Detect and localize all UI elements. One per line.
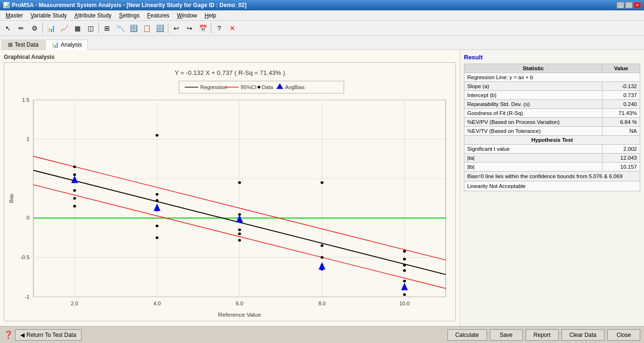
- svg-point-56: [238, 239, 241, 242]
- svg-text:Regression: Regression: [200, 84, 227, 90]
- svg-point-54: [238, 229, 241, 231]
- svg-point-7: [257, 86, 260, 89]
- svg-point-43: [73, 205, 76, 208]
- menu-settings[interactable]: Settings: [116, 11, 143, 20]
- menu-window[interactable]: Window: [173, 11, 201, 20]
- title-bar: 📊 ProMSA - Measurement System Analysis -…: [0, 0, 644, 10]
- toolbar-btn-back[interactable]: ↩: [170, 22, 182, 34]
- toolbar-btn-chart5[interactable]: 📉: [114, 22, 126, 34]
- table-row: Significant t value2.002: [464, 145, 640, 154]
- results-table: Statistic Value Regression Line: y = ax …: [464, 64, 640, 191]
- tab-test-data[interactable]: ⊞ Test Data: [2, 40, 45, 49]
- svg-text:-1: -1: [25, 294, 29, 299]
- svg-text:0: 0: [26, 215, 29, 220]
- toolbar-btn-chart2[interactable]: 📈: [58, 22, 70, 34]
- svg-point-65: [403, 250, 406, 253]
- menu-attribute-study[interactable]: Attribute Study: [71, 11, 116, 20]
- save-button[interactable]: Save: [490, 329, 523, 341]
- table-row: %EV/TV (Based on Tolerance)NA: [464, 127, 640, 136]
- svg-text:8.0: 8.0: [318, 301, 326, 306]
- svg-point-52: [238, 181, 241, 184]
- toolbar-btn-help[interactable]: ?: [213, 22, 225, 34]
- table-row: Regression Line: y = ax + b: [464, 73, 640, 82]
- window-title: ProMSA - Measurement System Analysis - […: [12, 2, 247, 8]
- svg-point-42: [73, 197, 76, 200]
- menu-master[interactable]: Master: [2, 11, 27, 20]
- toolbar-btn-pencil[interactable]: ✏: [15, 22, 27, 34]
- svg-point-61: [321, 256, 323, 259]
- table-row: Goodness of Fit (R-Sq)71.43%: [464, 109, 640, 118]
- toolbar-btn-gear[interactable]: ⚙: [28, 22, 41, 34]
- chart-svg: Y = -0.132 X + 0.737 ( R-Sq = 71.43% ) R…: [4, 63, 455, 321]
- svg-text:AvgBias: AvgBias: [285, 84, 305, 90]
- svg-point-39: [73, 165, 76, 168]
- tab-analysis-label: Analysis: [61, 41, 82, 48]
- toolbar-btn-chart7[interactable]: 📋: [140, 22, 153, 34]
- tab-bar: ⊞ Test Data 📊 Analysis: [0, 36, 644, 50]
- toolbar-btn-table[interactable]: ⊞: [101, 22, 113, 34]
- table-row: Slope (a)-0.132: [464, 82, 640, 91]
- footer-right: Calculate Save Report Clear Data Close: [447, 329, 640, 341]
- svg-point-70: [403, 293, 406, 296]
- toolbar-btn-pointer[interactable]: ↖: [2, 22, 14, 34]
- svg-point-60: [321, 244, 323, 247]
- tab-test-data-label: Test Data: [15, 41, 39, 48]
- tab-icon-analysis: 📊: [52, 41, 59, 48]
- results-panel: Result Statistic Value Regression Line: …: [460, 50, 644, 326]
- toolbar-btn-chart3[interactable]: ▦: [71, 22, 83, 34]
- toolbar: ↖ ✏ ⚙ 📊 📈 ▦ ◫ ⊞ 📉 🔢 📋 🔠 ↩ ↪ 📅 ? ✕: [0, 21, 644, 36]
- svg-point-45: [156, 134, 158, 137]
- toolbar-btn-close[interactable]: ✕: [226, 22, 239, 34]
- toolbar-btn-chart4[interactable]: ◫: [84, 22, 97, 34]
- table-row: |ta|12.043: [464, 154, 640, 163]
- title-bar-controls: _ □ ✕: [617, 2, 641, 8]
- minimize-button[interactable]: _: [617, 2, 624, 8]
- svg-text:1: 1: [26, 137, 29, 142]
- svg-point-68: [403, 269, 406, 272]
- svg-point-55: [238, 232, 241, 235]
- table-row: Linearity Not Acceptable: [464, 181, 640, 191]
- return-to-test-data-button[interactable]: ◀ Return To Test Data: [15, 329, 82, 341]
- svg-text:1.5: 1.5: [22, 97, 30, 102]
- menu-variable-study[interactable]: Variable Study: [27, 11, 71, 20]
- svg-point-50: [156, 237, 158, 239]
- menu-help[interactable]: Help: [201, 11, 220, 20]
- chart-area: Graphical Analysis Y = -0.132 X + 0.737 …: [0, 50, 460, 326]
- toolbar-btn-chart6[interactable]: 🔢: [127, 22, 140, 34]
- toolbar-btn-fwd[interactable]: ↪: [183, 22, 196, 34]
- svg-point-46: [156, 193, 158, 196]
- table-row: Hypothesis Test: [464, 136, 640, 145]
- col-header-value: Value: [603, 64, 640, 73]
- svg-point-59: [321, 181, 323, 184]
- app-icon: 📊: [3, 2, 10, 8]
- restore-button[interactable]: □: [625, 2, 633, 8]
- svg-text:Reference Value: Reference Value: [218, 311, 261, 317]
- svg-text:10.0: 10.0: [399, 301, 410, 306]
- results-title: Result: [464, 54, 640, 61]
- toolbar-separator-4: [211, 23, 211, 33]
- menu-features[interactable]: Features: [143, 11, 173, 20]
- menu-bar: Master Variable Study Attribute Study Se…: [0, 10, 644, 21]
- svg-point-47: [156, 199, 158, 202]
- toolbar-separator-2: [99, 23, 99, 33]
- report-button[interactable]: Report: [526, 329, 559, 341]
- svg-point-41: [73, 189, 76, 192]
- svg-text:Bias: Bias: [8, 194, 14, 203]
- toolbar-btn-cal[interactable]: 📅: [197, 22, 209, 34]
- table-row: |tb|10.157: [464, 163, 640, 172]
- calculate-button[interactable]: Calculate: [447, 329, 487, 341]
- footer: ❓ ◀ Return To Test Data Calculate Save R…: [0, 326, 644, 343]
- svg-point-66: [403, 258, 406, 261]
- svg-point-49: [156, 225, 158, 228]
- close-button[interactable]: Close: [607, 329, 640, 341]
- tab-icon-test: ⊞: [8, 41, 13, 48]
- toolbar-btn-chart1[interactable]: 📊: [45, 22, 57, 34]
- close-window-button[interactable]: ✕: [634, 2, 641, 8]
- svg-point-69: [403, 280, 406, 283]
- clear-data-button[interactable]: Clear Data: [561, 329, 604, 341]
- svg-point-67: [403, 264, 406, 267]
- footer-left: ❓ ◀ Return To Test Data: [4, 329, 82, 341]
- tab-analysis[interactable]: 📊 Analysis: [46, 40, 88, 50]
- toolbar-btn-chart8[interactable]: 🔠: [154, 22, 166, 34]
- main-content: Graphical Analysis Y = -0.132 X + 0.737 …: [0, 50, 644, 326]
